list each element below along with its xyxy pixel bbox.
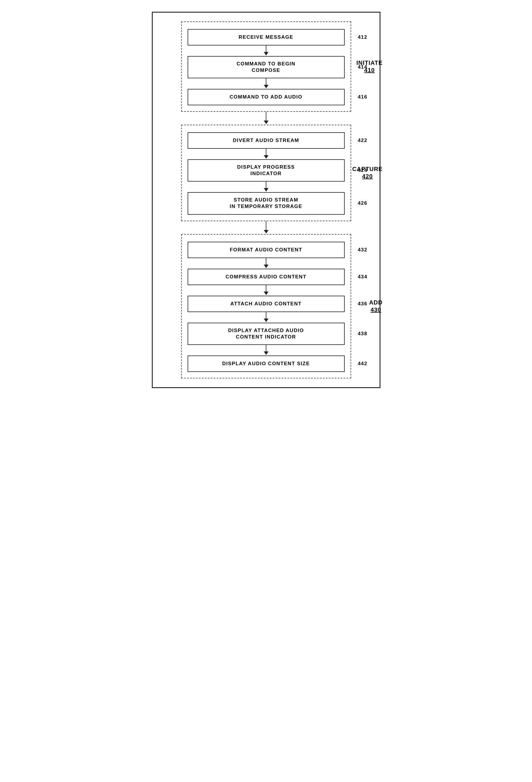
arrow-4 xyxy=(188,182,345,192)
arrow-2 xyxy=(188,78,345,89)
box-format-audio-content: FORMAT AUDIO CONTENT 432 xyxy=(188,242,345,258)
box-store-audio-stream: STORE AUDIO STREAMIN TEMPORARY STORAGE 4… xyxy=(188,192,345,214)
section-add: ADD 430 FORMAT AUDIO CONTENT 432 COMPRES… xyxy=(181,234,351,379)
flow-wrapper: INITIATE 410 RECEIVE MESSAGE 412 COMMAND… xyxy=(181,22,351,379)
arrow-6 xyxy=(188,285,345,296)
arrow-1 xyxy=(188,45,345,56)
arrow-section-1 xyxy=(181,112,351,125)
box-command-begin-compose: COMMAND TO BEGINCOMPOSE 414 xyxy=(188,56,345,78)
section-capture: CAPTURE 420 DIVERT AUDIO STREAM 422 DISP… xyxy=(181,125,351,221)
box-compress-audio-content: COMPRESS AUDIO CONTENT 434 xyxy=(188,269,345,285)
section-label-add: ADD 430 xyxy=(369,299,382,313)
section-initiate: INITIATE 410 RECEIVE MESSAGE 412 COMMAND… xyxy=(181,22,351,112)
arrow-section-2 xyxy=(181,221,351,234)
arrow-7 xyxy=(188,312,345,323)
box-display-attached-audio-content-indicator: DISPLAY ATTACHED AUDIOCONTENT INDICATOR … xyxy=(188,323,345,345)
box-display-audio-content-size: DISPLAY AUDIO CONTENT SIZE 442 xyxy=(188,356,345,372)
box-receive-message: RECEIVE MESSAGE 412 xyxy=(188,29,345,45)
arrow-5 xyxy=(188,258,345,269)
box-divert-audio-stream: DIVERT AUDIO STREAM 422 xyxy=(188,132,345,149)
box-display-progress-indicator: DISPLAY PROGRESSINDICATOR 424 xyxy=(188,159,345,182)
box-command-add-audio: COMMAND TO ADD AUDIO 416 xyxy=(188,89,345,105)
box-attach-audio-content: ATTACH AUDIO CONTENT 436 xyxy=(188,296,345,312)
arrow-8 xyxy=(188,345,345,356)
arrow-3 xyxy=(188,149,345,159)
diagram-container: INITIATE 410 RECEIVE MESSAGE 412 COMMAND… xyxy=(152,12,380,388)
section-label-capture: CAPTURE 420 xyxy=(352,166,383,180)
